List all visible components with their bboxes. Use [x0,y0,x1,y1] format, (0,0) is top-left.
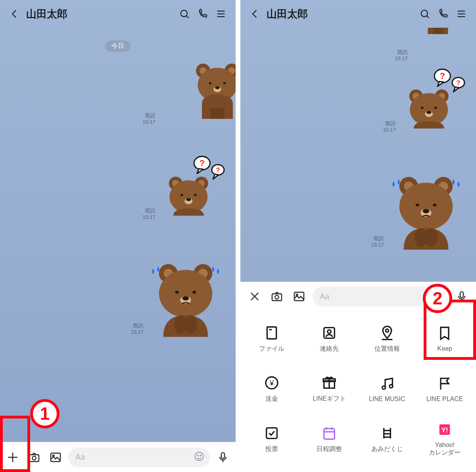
menu-icon[interactable] [214,7,228,21]
attach-yahoo-calendar[interactable]: Y! Yahoo! カレンダー [416,414,474,464]
svg-point-33 [181,10,187,17]
flag-icon [436,375,453,392]
attach-label: 日程調整 [317,445,342,453]
chat-header: 山田太郎 [0,0,236,28]
svg-point-45 [197,455,198,456]
attach-music[interactable]: LINE MUSIC [358,364,416,414]
sticker-question [398,67,466,135]
time-label: 15:17 [383,127,396,133]
sticker-question [158,155,225,222]
message-sticker[interactable]: 既読 15:17 [395,28,466,63]
svg-point-43 [53,455,54,457]
attach-money[interactable]: ¥ 送金 [243,364,301,414]
yen-icon: ¥ [263,374,280,392]
check-icon [263,424,280,442]
svg-rect-47 [221,453,225,459]
svg-point-68 [328,330,331,333]
attach-location[interactable]: 位置情報 [358,313,416,364]
svg-point-44 [195,452,203,461]
attach-file[interactable]: ファイル [243,313,301,364]
message-meta: 既読 15:17 [371,235,384,248]
call-icon[interactable] [196,7,209,21]
read-label: 既読 [371,235,384,242]
attach-contact[interactable]: 連絡先 [301,313,359,364]
svg-rect-65 [267,327,276,339]
attach-poll[interactable]: 投票 [243,414,301,464]
time-label: 15:17 [395,55,408,62]
sticker-bow [158,59,225,127]
gift-icon [321,374,338,392]
emoji-button[interactable] [194,451,205,464]
svg-line-50 [427,16,429,18]
left-screen: 山田太郎 今日 既読 15:17 既読 15:17 [0,0,236,472]
svg-point-46 [200,455,201,456]
annotation-box [0,416,30,472]
time-label: 15:17 [142,119,155,125]
message-meta: 既読 15:17 [142,208,155,221]
message-input[interactable]: Aa [68,447,210,467]
svg-point-57 [275,295,278,299]
svg-point-77 [390,384,393,388]
attach-place[interactable]: LINE PLACE [416,364,474,414]
read-label: 既読 [131,323,144,329]
svg-point-69 [386,329,389,332]
svg-text:¥: ¥ [269,379,274,387]
chat-title: 山田太郎 [26,7,173,21]
sticker-sweat [386,170,466,250]
read-label: 既読 [395,49,408,55]
date-badge: 今日 [105,40,131,52]
annotation-badge: 1 [30,399,60,428]
chat-header: 山田太郎 [240,0,476,28]
message-meta: 既読 15:17 [395,49,408,62]
input-bar: Aa [0,442,236,472]
message-sticker[interactable]: 既読 15:17 [142,59,225,127]
message-meta: 既読 15:17 [142,113,155,126]
chat-area[interactable]: 今日 既読 15:17 既読 15:17 既読 15:17 [0,28,236,442]
svg-rect-79 [324,428,335,439]
time-label: 15:17 [371,242,384,248]
chat-title: 山田太郎 [267,7,413,21]
time-label: 15:17 [131,329,144,335]
svg-point-49 [421,10,428,17]
svg-text:Y!: Y! [441,426,448,434]
attach-label: 位置情報 [374,345,400,353]
gallery-button[interactable] [47,449,64,466]
message-meta: 既読 15:17 [131,323,144,336]
read-label: 既読 [383,120,396,127]
mic-button[interactable] [214,449,232,466]
chat-area[interactable]: 既読 15:17 既読 15:17 既読 15:17 [240,28,476,282]
attach-amidakuji[interactable]: あみだくじ [358,414,416,464]
search-icon[interactable] [418,7,432,21]
svg-rect-78 [266,428,277,439]
attach-gift[interactable]: LINEギフト [301,364,359,414]
annotation-badge: 2 [423,284,452,313]
close-button[interactable] [246,288,263,305]
call-icon[interactable] [436,7,450,21]
attach-label: ファイル [259,345,284,353]
read-label: 既読 [142,208,155,214]
message-sticker[interactable]: 既読 15:17 [371,170,466,250]
attach-label: 投票 [265,445,278,453]
gallery-button[interactable] [290,288,308,305]
menu-icon[interactable] [455,7,468,21]
svg-point-41 [32,456,36,460]
svg-rect-40 [29,455,39,461]
attach-label: 送金 [265,395,278,403]
camera-button[interactable] [268,288,286,305]
back-button[interactable] [248,7,262,21]
attach-label: LINE PLACE [426,396,463,403]
attach-label: あみだくじ [371,445,403,453]
attach-label: LINE MUSIC [369,396,405,403]
message-sticker[interactable]: 既読 15:17 [383,67,466,135]
back-button[interactable] [8,7,21,21]
music-icon [378,375,396,392]
message-sticker[interactable]: 既読 15:17 [142,155,225,222]
sticker-sweat [146,258,225,337]
search-icon[interactable] [178,7,191,21]
attach-schedule[interactable]: 日程調整 [301,414,359,464]
contact-icon [321,324,338,342]
message-sticker[interactable]: 既読 15:17 [131,258,225,337]
yahoo-icon: Y! [436,421,453,438]
svg-point-76 [382,386,385,389]
message-meta: 既読 15:17 [383,120,396,134]
